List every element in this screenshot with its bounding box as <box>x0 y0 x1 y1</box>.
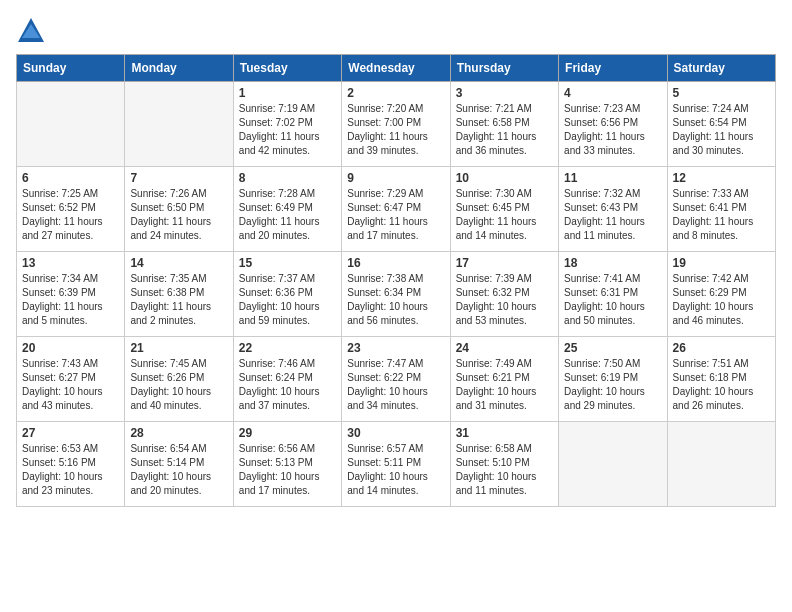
calendar-week-2: 6Sunrise: 7:25 AMSunset: 6:52 PMDaylight… <box>17 167 776 252</box>
calendar-header-wednesday: Wednesday <box>342 55 450 82</box>
calendar-cell: 17Sunrise: 7:39 AMSunset: 6:32 PMDayligh… <box>450 252 558 337</box>
calendar-cell: 26Sunrise: 7:51 AMSunset: 6:18 PMDayligh… <box>667 337 775 422</box>
calendar-week-5: 27Sunrise: 6:53 AMSunset: 5:16 PMDayligh… <box>17 422 776 507</box>
day-info: Sunrise: 7:32 AMSunset: 6:43 PMDaylight:… <box>564 187 661 243</box>
day-number: 26 <box>673 341 770 355</box>
calendar-week-1: 1Sunrise: 7:19 AMSunset: 7:02 PMDaylight… <box>17 82 776 167</box>
day-info: Sunrise: 7:28 AMSunset: 6:49 PMDaylight:… <box>239 187 336 243</box>
calendar-cell <box>667 422 775 507</box>
day-info: Sunrise: 7:24 AMSunset: 6:54 PMDaylight:… <box>673 102 770 158</box>
day-number: 30 <box>347 426 444 440</box>
day-number: 17 <box>456 256 553 270</box>
day-info: Sunrise: 7:41 AMSunset: 6:31 PMDaylight:… <box>564 272 661 328</box>
calendar-cell: 31Sunrise: 6:58 AMSunset: 5:10 PMDayligh… <box>450 422 558 507</box>
calendar-header-sunday: Sunday <box>17 55 125 82</box>
calendar-cell: 5Sunrise: 7:24 AMSunset: 6:54 PMDaylight… <box>667 82 775 167</box>
day-number: 16 <box>347 256 444 270</box>
day-info: Sunrise: 6:53 AMSunset: 5:16 PMDaylight:… <box>22 442 119 498</box>
day-info: Sunrise: 7:49 AMSunset: 6:21 PMDaylight:… <box>456 357 553 413</box>
day-number: 8 <box>239 171 336 185</box>
calendar-cell: 28Sunrise: 6:54 AMSunset: 5:14 PMDayligh… <box>125 422 233 507</box>
day-number: 18 <box>564 256 661 270</box>
calendar-cell: 21Sunrise: 7:45 AMSunset: 6:26 PMDayligh… <box>125 337 233 422</box>
calendar-cell: 9Sunrise: 7:29 AMSunset: 6:47 PMDaylight… <box>342 167 450 252</box>
day-number: 21 <box>130 341 227 355</box>
day-number: 23 <box>347 341 444 355</box>
calendar-cell: 27Sunrise: 6:53 AMSunset: 5:16 PMDayligh… <box>17 422 125 507</box>
calendar-cell: 25Sunrise: 7:50 AMSunset: 6:19 PMDayligh… <box>559 337 667 422</box>
day-info: Sunrise: 6:57 AMSunset: 5:11 PMDaylight:… <box>347 442 444 498</box>
calendar-cell: 22Sunrise: 7:46 AMSunset: 6:24 PMDayligh… <box>233 337 341 422</box>
day-info: Sunrise: 7:46 AMSunset: 6:24 PMDaylight:… <box>239 357 336 413</box>
calendar-cell: 12Sunrise: 7:33 AMSunset: 6:41 PMDayligh… <box>667 167 775 252</box>
day-info: Sunrise: 7:51 AMSunset: 6:18 PMDaylight:… <box>673 357 770 413</box>
day-info: Sunrise: 6:56 AMSunset: 5:13 PMDaylight:… <box>239 442 336 498</box>
logo <box>16 16 50 46</box>
day-number: 27 <box>22 426 119 440</box>
calendar-header-monday: Monday <box>125 55 233 82</box>
day-number: 24 <box>456 341 553 355</box>
logo-icon <box>16 16 46 46</box>
day-number: 7 <box>130 171 227 185</box>
calendar-cell <box>125 82 233 167</box>
day-info: Sunrise: 7:35 AMSunset: 6:38 PMDaylight:… <box>130 272 227 328</box>
calendar-cell: 16Sunrise: 7:38 AMSunset: 6:34 PMDayligh… <box>342 252 450 337</box>
day-number: 1 <box>239 86 336 100</box>
day-number: 6 <box>22 171 119 185</box>
day-info: Sunrise: 7:45 AMSunset: 6:26 PMDaylight:… <box>130 357 227 413</box>
calendar-cell: 29Sunrise: 6:56 AMSunset: 5:13 PMDayligh… <box>233 422 341 507</box>
day-number: 11 <box>564 171 661 185</box>
day-number: 14 <box>130 256 227 270</box>
day-number: 31 <box>456 426 553 440</box>
calendar-header-row: SundayMondayTuesdayWednesdayThursdayFrid… <box>17 55 776 82</box>
day-info: Sunrise: 7:29 AMSunset: 6:47 PMDaylight:… <box>347 187 444 243</box>
day-number: 9 <box>347 171 444 185</box>
calendar-cell: 23Sunrise: 7:47 AMSunset: 6:22 PMDayligh… <box>342 337 450 422</box>
day-number: 13 <box>22 256 119 270</box>
day-info: Sunrise: 6:54 AMSunset: 5:14 PMDaylight:… <box>130 442 227 498</box>
calendar-cell: 1Sunrise: 7:19 AMSunset: 7:02 PMDaylight… <box>233 82 341 167</box>
day-info: Sunrise: 7:20 AMSunset: 7:00 PMDaylight:… <box>347 102 444 158</box>
calendar-week-3: 13Sunrise: 7:34 AMSunset: 6:39 PMDayligh… <box>17 252 776 337</box>
day-number: 5 <box>673 86 770 100</box>
calendar-cell: 20Sunrise: 7:43 AMSunset: 6:27 PMDayligh… <box>17 337 125 422</box>
day-number: 28 <box>130 426 227 440</box>
day-number: 29 <box>239 426 336 440</box>
day-number: 20 <box>22 341 119 355</box>
calendar-cell: 15Sunrise: 7:37 AMSunset: 6:36 PMDayligh… <box>233 252 341 337</box>
calendar-cell: 6Sunrise: 7:25 AMSunset: 6:52 PMDaylight… <box>17 167 125 252</box>
calendar-cell: 11Sunrise: 7:32 AMSunset: 6:43 PMDayligh… <box>559 167 667 252</box>
day-number: 25 <box>564 341 661 355</box>
day-number: 12 <box>673 171 770 185</box>
calendar-header-tuesday: Tuesday <box>233 55 341 82</box>
day-info: Sunrise: 7:19 AMSunset: 7:02 PMDaylight:… <box>239 102 336 158</box>
day-info: Sunrise: 7:21 AMSunset: 6:58 PMDaylight:… <box>456 102 553 158</box>
day-info: Sunrise: 7:33 AMSunset: 6:41 PMDaylight:… <box>673 187 770 243</box>
day-info: Sunrise: 7:30 AMSunset: 6:45 PMDaylight:… <box>456 187 553 243</box>
day-info: Sunrise: 7:50 AMSunset: 6:19 PMDaylight:… <box>564 357 661 413</box>
day-info: Sunrise: 7:47 AMSunset: 6:22 PMDaylight:… <box>347 357 444 413</box>
calendar-table: SundayMondayTuesdayWednesdayThursdayFrid… <box>16 54 776 507</box>
calendar-cell: 3Sunrise: 7:21 AMSunset: 6:58 PMDaylight… <box>450 82 558 167</box>
day-number: 22 <box>239 341 336 355</box>
calendar-header-friday: Friday <box>559 55 667 82</box>
day-number: 3 <box>456 86 553 100</box>
calendar-cell: 30Sunrise: 6:57 AMSunset: 5:11 PMDayligh… <box>342 422 450 507</box>
day-info: Sunrise: 7:42 AMSunset: 6:29 PMDaylight:… <box>673 272 770 328</box>
calendar-cell: 19Sunrise: 7:42 AMSunset: 6:29 PMDayligh… <box>667 252 775 337</box>
calendar-cell: 24Sunrise: 7:49 AMSunset: 6:21 PMDayligh… <box>450 337 558 422</box>
day-info: Sunrise: 7:39 AMSunset: 6:32 PMDaylight:… <box>456 272 553 328</box>
day-info: Sunrise: 7:34 AMSunset: 6:39 PMDaylight:… <box>22 272 119 328</box>
calendar-cell: 4Sunrise: 7:23 AMSunset: 6:56 PMDaylight… <box>559 82 667 167</box>
calendar-cell: 7Sunrise: 7:26 AMSunset: 6:50 PMDaylight… <box>125 167 233 252</box>
day-info: Sunrise: 7:43 AMSunset: 6:27 PMDaylight:… <box>22 357 119 413</box>
day-number: 4 <box>564 86 661 100</box>
day-info: Sunrise: 6:58 AMSunset: 5:10 PMDaylight:… <box>456 442 553 498</box>
calendar-cell: 10Sunrise: 7:30 AMSunset: 6:45 PMDayligh… <box>450 167 558 252</box>
day-number: 19 <box>673 256 770 270</box>
day-info: Sunrise: 7:26 AMSunset: 6:50 PMDaylight:… <box>130 187 227 243</box>
day-number: 2 <box>347 86 444 100</box>
day-number: 10 <box>456 171 553 185</box>
day-info: Sunrise: 7:23 AMSunset: 6:56 PMDaylight:… <box>564 102 661 158</box>
calendar-cell <box>17 82 125 167</box>
